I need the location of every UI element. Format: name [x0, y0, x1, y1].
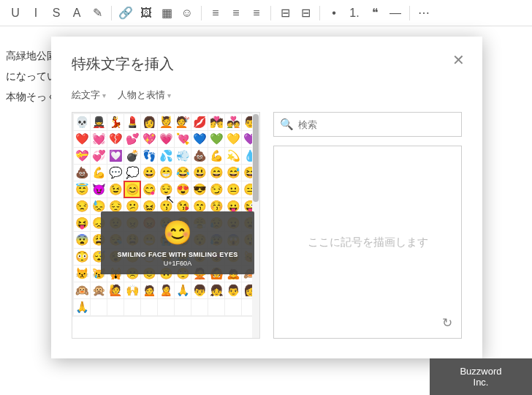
- emoji-cell[interactable]: ❤️: [74, 131, 90, 147]
- toolbar-btn[interactable]: A: [67, 4, 86, 23]
- emoji-cell[interactable]: 🙋: [107, 282, 123, 298]
- toolbar-btn[interactable]: S: [47, 4, 66, 23]
- emoji-cell[interactable]: 😁: [158, 165, 174, 181]
- emoji-cell[interactable]: [175, 299, 191, 315]
- toolbar-btn[interactable]: ▦: [157, 4, 176, 23]
- emoji-cell[interactable]: 😊: [124, 181, 140, 198]
- toolbar-btn[interactable]: ≡: [206, 4, 225, 23]
- emoji-cell[interactable]: 💪: [91, 165, 107, 181]
- toolbar-btn[interactable]: ☺: [178, 4, 197, 23]
- emoji-cell[interactable]: [208, 299, 224, 315]
- emoji-cell[interactable]: 💬: [107, 165, 123, 181]
- emoji-cell[interactable]: 😇: [74, 181, 90, 198]
- emoji-cell[interactable]: 💖: [141, 131, 157, 147]
- emoji-cell[interactable]: [225, 299, 241, 315]
- emoji-cell[interactable]: 💩: [74, 165, 90, 181]
- emoji-cell[interactable]: 😏: [208, 181, 224, 198]
- emoji-cell[interactable]: 💕: [124, 131, 140, 147]
- emoji-cell[interactable]: 💆: [158, 114, 174, 130]
- emoji-cell[interactable]: 💝: [74, 148, 90, 164]
- toolbar-btn[interactable]: ⊟: [296, 4, 315, 23]
- emoji-cell[interactable]: 💩: [191, 148, 208, 164]
- emoji-cell[interactable]: 🙍: [141, 282, 157, 298]
- emoji-cell[interactable]: 😂: [175, 165, 191, 181]
- emoji-cell[interactable]: 💑: [225, 114, 241, 130]
- emoji-cell[interactable]: 💟: [107, 148, 123, 164]
- toolbar-btn[interactable]: ⋯: [414, 4, 433, 23]
- toolbar-btn[interactable]: 1.: [345, 4, 364, 23]
- emoji-cell[interactable]: 💂: [91, 114, 107, 130]
- emoji-cell[interactable]: [191, 299, 208, 315]
- emoji-cell[interactable]: [141, 299, 157, 315]
- toolbar-btn[interactable]: I: [26, 4, 45, 23]
- emoji-cell[interactable]: 💓: [91, 131, 107, 147]
- emoji-cell[interactable]: 💚: [208, 131, 224, 147]
- toolbar-btn[interactable]: U: [6, 4, 25, 23]
- scrollbar-thumb[interactable]: [253, 114, 259, 202]
- emoji-cell[interactable]: [91, 299, 107, 315]
- close-icon[interactable]: ✕: [452, 51, 465, 69]
- emoji-cell[interactable]: 💫: [225, 148, 241, 164]
- emoji-cell[interactable]: 😀: [141, 165, 157, 181]
- emoji-cell[interactable]: 💣: [124, 148, 140, 164]
- emoji-cell[interactable]: 💘: [175, 131, 191, 147]
- emoji-cell[interactable]: 💄: [124, 114, 140, 130]
- emoji-cell[interactable]: 💪: [208, 148, 224, 164]
- search-input[interactable]: [298, 119, 455, 130]
- emoji-cell[interactable]: 😨: [74, 232, 90, 248]
- emoji-cell[interactable]: 💗: [158, 131, 174, 147]
- emoji-cell[interactable]: 😍: [175, 181, 191, 198]
- emoji-cell[interactable]: 💛: [225, 131, 241, 147]
- emoji-cell[interactable]: 💋: [191, 114, 208, 130]
- emoji-cell[interactable]: 💀: [74, 114, 90, 130]
- reset-icon[interactable]: ↻: [442, 315, 452, 331]
- emoji-cell[interactable]: 🙏: [175, 282, 191, 298]
- emoji-cell[interactable]: 🙌: [124, 282, 140, 298]
- emoji-cell[interactable]: 💦: [158, 148, 174, 164]
- emoji-cell[interactable]: 💇: [175, 114, 191, 130]
- toolbar-btn[interactable]: ≡: [227, 4, 246, 23]
- search-box[interactable]: 🔍: [273, 112, 462, 137]
- draw-area[interactable]: ここに記号を描画します ↻: [273, 146, 462, 339]
- toolbar-btn[interactable]: ≡: [247, 4, 266, 23]
- category-selector-sub[interactable]: 人物と表情: [118, 89, 171, 102]
- emoji-cell[interactable]: 😐: [225, 181, 241, 198]
- toolbar-btn[interactable]: —: [386, 4, 405, 23]
- toolbar-btn[interactable]: ❝: [365, 4, 384, 23]
- emoji-cell[interactable]: [107, 299, 123, 315]
- emoji-cell[interactable]: 👦: [191, 282, 208, 298]
- emoji-cell[interactable]: 🙎: [158, 282, 174, 298]
- emoji-cell[interactable]: 👧: [208, 282, 224, 298]
- toolbar-btn[interactable]: •: [324, 4, 343, 23]
- emoji-cell[interactable]: 😳: [74, 249, 90, 265]
- emoji-cell[interactable]: 🙉: [74, 282, 90, 298]
- emoji-cell[interactable]: 💭: [124, 165, 140, 181]
- toolbar-btn[interactable]: ⊟: [276, 4, 294, 23]
- emoji-cell[interactable]: 😝: [74, 215, 90, 231]
- emoji-cell[interactable]: 💞: [91, 148, 107, 164]
- emoji-cell[interactable]: 🙏: [74, 299, 90, 315]
- emoji-cell[interactable]: 😒: [74, 198, 90, 214]
- emoji-cell[interactable]: 💃: [107, 114, 123, 130]
- toolbar-btn[interactable]: 🖼: [137, 4, 156, 23]
- emoji-cell[interactable]: [158, 299, 174, 315]
- emoji-cell[interactable]: 😾: [74, 266, 90, 282]
- emoji-cell[interactable]: 👩: [141, 114, 157, 130]
- toolbar-btn[interactable]: ✎: [88, 4, 107, 23]
- emoji-cell[interactable]: 😅: [225, 165, 241, 181]
- emoji-cell[interactable]: 😄: [208, 165, 224, 181]
- emoji-cell[interactable]: 💙: [191, 131, 208, 147]
- emoji-cell[interactable]: 💏: [208, 114, 224, 130]
- emoji-cell[interactable]: 💔: [107, 131, 123, 147]
- emoji-cell[interactable]: 😎: [191, 181, 208, 198]
- emoji-cell[interactable]: 😈: [91, 181, 107, 198]
- emoji-cell[interactable]: 👣: [141, 148, 157, 164]
- emoji-cell[interactable]: 👨: [225, 282, 241, 298]
- emoji-cell[interactable]: 💨: [175, 148, 191, 164]
- emoji-cell[interactable]: [124, 299, 140, 315]
- emoji-cell[interactable]: 😉: [107, 181, 123, 198]
- toolbar-btn[interactable]: 🔗: [116, 4, 135, 23]
- emoji-cell[interactable]: 😃: [191, 165, 208, 181]
- emoji-cell[interactable]: 🙊: [91, 282, 107, 298]
- emoji-cell[interactable]: 😋: [141, 181, 157, 198]
